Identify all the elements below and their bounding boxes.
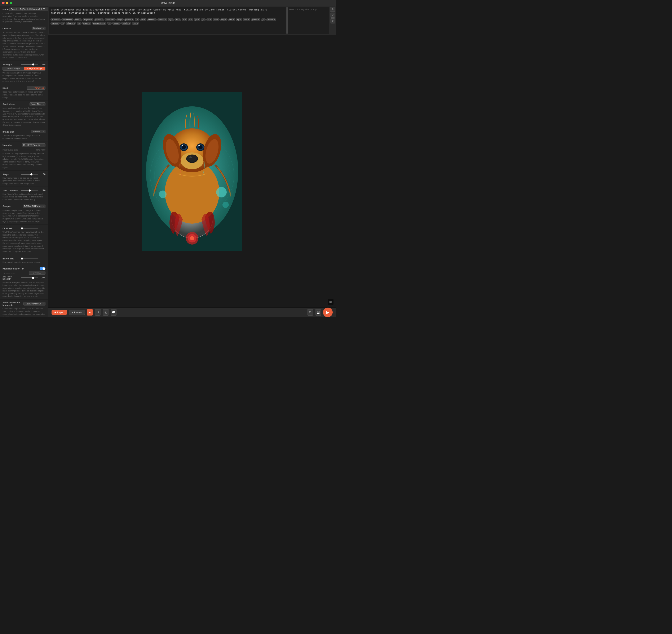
copy-button[interactable]: ⧉ (307, 309, 313, 316)
token-eng[interactable]: eng × (220, 18, 227, 21)
second-pass-slider[interactable] (21, 277, 39, 278)
token-by2[interactable]: by × (236, 18, 242, 21)
token-masterpiece[interactable]: masterpiece × (92, 22, 106, 25)
prompt-area: prompt Incredibly cute majestic golden r… (48, 6, 336, 35)
token-gau[interactable]: gau × (132, 22, 139, 25)
token-comma1[interactable]: , × (135, 18, 139, 21)
token-comma5[interactable]: , × (107, 22, 112, 25)
image-size-select[interactable]: 768x1152 (31, 130, 45, 133)
token-and[interactable]: and × (228, 18, 236, 21)
token-comma4[interactable]: , × (60, 22, 65, 25)
text-guidance-slider[interactable] (21, 190, 39, 191)
image-size-select-wrapper[interactable]: 768x1152 (31, 130, 45, 133)
control-select-wrapper[interactable]: Disabled (32, 27, 45, 30)
token-vibrant[interactable]: vibrant × (266, 18, 276, 21)
text-to-image-btn[interactable]: Text to Image (3, 67, 24, 70)
save-select[interactable]: ...Stable Diffusion (23, 302, 45, 306)
token-kil[interactable]: kil × (206, 18, 212, 21)
text-guidance-row: Text Guidance 5.0 (2, 189, 45, 192)
layers-icon[interactable]: ⊞ (328, 299, 334, 305)
seed-input[interactable]: 775418658 (27, 86, 45, 90)
sampler-desc: Different samplers can converge at diffe… (2, 209, 45, 223)
window-controls (2, 2, 12, 4)
minimize-button[interactable] (6, 2, 8, 4)
token-winning[interactable]: winning × (66, 22, 76, 25)
token-cute[interactable]: cute × (74, 18, 82, 21)
token-winner[interactable]: winner × (157, 18, 167, 21)
token-prompt[interactable]: ⊕ prompt (50, 18, 61, 21)
sampler-row: Sampler DPM++ 2M Karras (2, 204, 45, 208)
token-stically[interactable]: stically × (121, 22, 131, 25)
strength-value: 70% (40, 64, 45, 66)
seed-mode-label: Seed Mode (2, 103, 15, 105)
token-parker[interactable]: parker × (251, 18, 260, 21)
upscaler-select[interactable]: Real-ESRGAN X4+ (22, 143, 45, 147)
batch-size-slider[interactable] (21, 258, 39, 259)
strength-slider[interactable] (21, 64, 39, 65)
maximize-button[interactable] (10, 2, 12, 4)
seed-mode-select-wrapper[interactable]: Scale Alike (29, 102, 45, 106)
token-station[interactable]: station × (147, 18, 157, 21)
hires-fix-toggle[interactable] (40, 267, 45, 270)
close-button[interactable] (2, 2, 5, 4)
first-pass-input[interactable] (29, 271, 45, 275)
prompt-textarea[interactable]: prompt Incredibly cute majestic golden r… (49, 7, 286, 17)
bottom-toolbar: ◈ Project ≡ Presets ✦ ↺ ◎ 💬 ⧉ 💾 ▶ (48, 308, 336, 317)
project-button[interactable]: ◈ Project (51, 310, 67, 315)
token-dog[interactable]: dog × (116, 18, 124, 21)
token-portrait[interactable]: portrait × (124, 18, 134, 21)
generate-button[interactable]: ▶ (323, 308, 333, 317)
text-guidance-label: Text Guidance (2, 189, 20, 192)
save-button[interactable]: 💾 (315, 309, 321, 316)
token-golden[interactable]: golden × (94, 18, 104, 21)
clip-skip-label: CLIP Skip (2, 227, 20, 230)
first-pass-row: 1st Pass Size (2, 271, 45, 275)
presets-button[interactable]: ≡ Presets (69, 310, 85, 315)
token-dash[interactable]: - × (77, 22, 81, 25)
token-comma2[interactable]: , × (201, 18, 206, 21)
token-to[interactable]: to × (182, 18, 187, 21)
control-select[interactable]: Disabled (32, 27, 45, 30)
token-by1[interactable]: by × (168, 18, 174, 21)
refresh-icon[interactable]: ↺ (330, 13, 335, 18)
final-output-label: Final Output Size (2, 148, 18, 151)
token-jake[interactable]: jake × (243, 18, 250, 21)
second-pass-label: 2nd Pass Strength (2, 275, 20, 280)
batch-size-section: Batch Size 1 How many images to be gener… (0, 255, 48, 265)
token-fanta[interactable]: fanta × (112, 22, 121, 25)
model-select-wrapper[interactable]: Generic HD (Stable Diffusion v2.1 76 ... (9, 7, 48, 11)
edit-icon[interactable]: ✎ (330, 7, 335, 12)
token-retriever[interactable]: retriever × (104, 18, 116, 21)
seed-mode-select[interactable]: Scale Alike (29, 102, 45, 106)
token-comma3[interactable]: , × (261, 18, 266, 21)
token-colors[interactable]: colors × (50, 22, 60, 25)
negative-prompt-box[interactable]: Here is for negative prompt. (287, 7, 329, 34)
steps-slider[interactable] (21, 174, 39, 175)
sampler-select[interactable]: DPM++ 2M Karras (23, 204, 45, 208)
token-majestic[interactable]: majestic × (82, 18, 94, 21)
token-art[interactable]: art × (140, 18, 146, 21)
sampler-select-wrapper[interactable]: DPM++ 2M Karras (23, 204, 45, 208)
wand-button[interactable]: ✦ (87, 309, 93, 316)
save-select-wrapper[interactable]: ...Stable Diffusion (23, 302, 45, 306)
seed-mode-section: Seed Mode Scale Alike Seed mode determin… (0, 101, 48, 128)
token-ian[interactable]: ian × (213, 18, 219, 21)
clip-skip-slider[interactable] (21, 228, 39, 229)
control-row: Control Disabled (2, 27, 45, 30)
mask-button[interactable]: ◎ (103, 309, 109, 316)
chat-button[interactable]: 💬 (111, 309, 117, 316)
token-gai[interactable]: gai × (194, 18, 200, 21)
image-to-image-btn[interactable]: Image to Image (24, 67, 45, 70)
model-select[interactable]: Generic HD (Stable Diffusion v2.1 76 ... (9, 7, 48, 11)
upscaler-select-wrapper[interactable]: Real-ESRGAN X4+ (22, 143, 45, 147)
rotate-button[interactable]: ↺ (95, 309, 101, 316)
token-award[interactable]: award × (82, 22, 91, 25)
token-row-1: ⊕ prompt incredibly × cute × majestic × … (49, 17, 286, 26)
app-container: Model Generic HD (Stable Diffusion v2.1 … (0, 6, 336, 317)
token-vic[interactable]: vic × (174, 18, 181, 21)
image-size-label: Image Size (2, 130, 15, 133)
star-icon[interactable]: ★ (330, 19, 335, 23)
token-n[interactable]: n × (188, 18, 193, 21)
token-incredibly[interactable]: incredibly × (62, 18, 74, 21)
hires-fix-label: High Resolution Fix (2, 267, 24, 270)
